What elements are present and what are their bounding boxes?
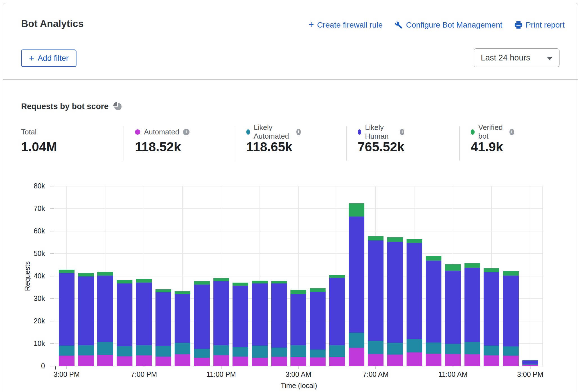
likely-automated-info-icon[interactable]: i bbox=[296, 129, 301, 135]
automated-legend-dot bbox=[135, 129, 140, 135]
stat-automated-labelrow: Automatedi bbox=[135, 128, 190, 136]
create-firewall-rule-link[interactable]: +Create firewall rule bbox=[308, 20, 383, 30]
stat-likely-automated-value: 118.65k bbox=[246, 139, 301, 154]
stat-total-label: Total bbox=[21, 128, 37, 136]
verified-bot-info-icon[interactable]: i bbox=[509, 129, 514, 135]
likely-human-info-icon[interactable]: i bbox=[400, 129, 404, 135]
section-title-text: Requests by bot score bbox=[21, 102, 109, 111]
stat-divider bbox=[235, 126, 235, 161]
time-range-value: Last 24 hours bbox=[481, 53, 530, 62]
stat-likely-automated: Likely Automatedi118.65k bbox=[246, 128, 301, 154]
print-report-label: Print report bbox=[526, 21, 565, 30]
plus-icon: + bbox=[29, 53, 34, 64]
wrench-icon bbox=[394, 21, 403, 29]
stat-likely-automated-labelrow: Likely Automatedi bbox=[246, 128, 301, 136]
time-range-select[interactable]: Last 24 hours bbox=[474, 48, 560, 67]
likely-human-legend-dot bbox=[358, 129, 361, 135]
plus-icon: + bbox=[308, 20, 314, 30]
stat-divider bbox=[459, 126, 460, 161]
chevron-down-icon bbox=[547, 57, 552, 60]
stat-likely-human-label: Likely Human bbox=[365, 123, 396, 141]
header-actions: +Create firewall ruleConfigure Bot Manag… bbox=[308, 20, 565, 30]
automated-info-icon[interactable]: i bbox=[183, 129, 190, 135]
header-divider bbox=[3, 79, 578, 80]
add-filter-label: Add filter bbox=[38, 54, 69, 63]
configure-bot-management-link[interactable]: Configure Bot Management bbox=[394, 21, 502, 30]
printer-icon bbox=[514, 21, 523, 29]
stat-verified-bot: Verified boti41.9k bbox=[471, 128, 514, 154]
stat-divider bbox=[123, 126, 123, 161]
stat-likely-human: Likely Humani765.52k bbox=[358, 128, 404, 154]
pie-chart-icon bbox=[113, 102, 122, 111]
stat-likely-human-labelrow: Likely Humani bbox=[358, 128, 404, 136]
stat-automated-label: Automated bbox=[144, 128, 179, 136]
stat-automated-value: 118.52k bbox=[135, 139, 190, 154]
page-title: Bot Analytics bbox=[21, 18, 84, 29]
stat-total-value: 1.04M bbox=[21, 139, 57, 154]
create-firewall-rule-label: Create firewall rule bbox=[317, 21, 383, 30]
print-report-link[interactable]: Print report bbox=[514, 21, 565, 30]
configure-bot-management-label: Configure Bot Management bbox=[406, 21, 502, 30]
section-title: Requests by bot score bbox=[21, 102, 122, 111]
likely-automated-legend-dot bbox=[246, 129, 250, 135]
stat-verified-bot-labelrow: Verified boti bbox=[471, 128, 514, 136]
stat-likely-human-value: 765.52k bbox=[358, 139, 404, 154]
stat-automated: Automatedi118.52k bbox=[135, 128, 190, 154]
stat-likely-automated-label: Likely Automated bbox=[254, 123, 292, 141]
add-filter-button[interactable]: + Add filter bbox=[21, 49, 76, 67]
stat-divider bbox=[346, 126, 347, 161]
stat-total: Total 1.04M bbox=[21, 128, 57, 154]
verified-bot-legend-dot bbox=[471, 129, 475, 135]
stat-verified-bot-value: 41.9k bbox=[471, 139, 514, 154]
stat-verified-bot-label: Verified bot bbox=[478, 123, 506, 141]
